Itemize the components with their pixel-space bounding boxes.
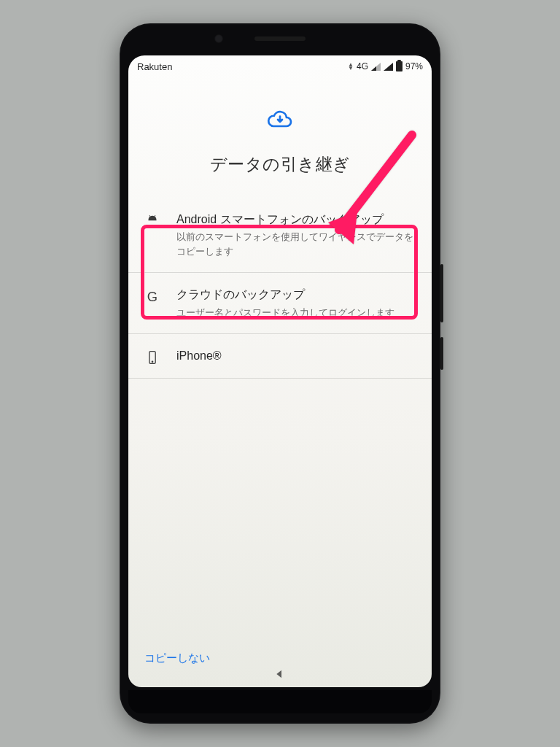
- status-bar: Rakuten ▲▼ 4G 97%: [128, 55, 432, 77]
- earpiece: [254, 36, 306, 41]
- iphone-icon: [143, 350, 162, 365]
- power-button: [440, 337, 443, 370]
- signal-icon-2: [384, 63, 393, 71]
- annotation-arrow-icon: [314, 124, 430, 266]
- data-arrows-icon: ▲▼: [348, 63, 354, 70]
- volume-button: [440, 264, 443, 322]
- option-iphone[interactable]: iPhone®: [128, 334, 432, 379]
- carrier-label: Rakuten: [137, 61, 172, 72]
- signal-icon-1: [371, 63, 381, 71]
- option-title: iPhone®: [176, 347, 417, 364]
- front-camera: [214, 34, 223, 43]
- cloud-download-icon: [267, 107, 293, 133]
- status-right: ▲▼ 4G 97%: [348, 61, 423, 71]
- network-label: 4G: [357, 61, 368, 71]
- svg-point-2: [152, 361, 152, 362]
- skip-button[interactable]: コピーしない: [144, 651, 210, 664]
- phone-chin: [128, 690, 432, 713]
- battery-icon: [396, 61, 402, 71]
- battery-percent: 97%: [405, 61, 423, 71]
- footer: コピーしない: [128, 638, 432, 687]
